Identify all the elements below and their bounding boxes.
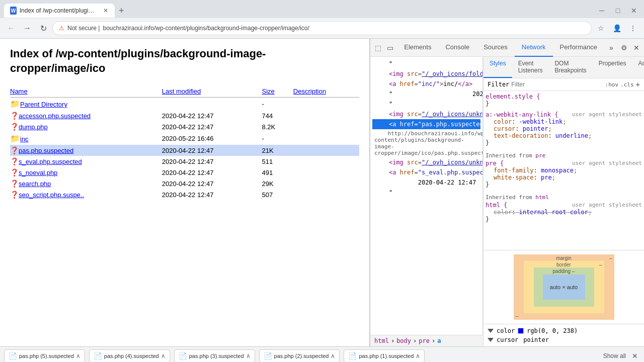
download-expand-icon[interactable]: ∧ bbox=[246, 352, 251, 359]
download-item-5[interactable]: 📄 pas.php (5).suspected ∧ bbox=[4, 349, 85, 363]
color-swatch[interactable] bbox=[518, 328, 524, 334]
dom-line[interactable]: <a href="s_eval.php.suspected">s_eval.ph… bbox=[372, 167, 480, 177]
file-modified: 2020-04-22 12:47 bbox=[162, 156, 262, 167]
style-close-brace: } bbox=[486, 181, 489, 188]
file-size: 29K bbox=[262, 178, 293, 189]
download-expand-icon[interactable]: ∧ bbox=[161, 352, 166, 359]
col-name[interactable]: Name bbox=[10, 85, 162, 98]
col-description[interactable]: Description bbox=[293, 85, 359, 98]
table-row[interactable]: ❓pas.php.suspected2020-04-22 12:4721K bbox=[10, 145, 359, 156]
table-row[interactable]: ❓dump.php2020-04-22 12:478.2K bbox=[10, 121, 359, 132]
url-bar[interactable]: ⚠ Not secure | bouchraziraoui.info/wp-co… bbox=[52, 21, 592, 35]
table-row[interactable]: ❓s_eval.php.suspected2020-04-22 12:47511 bbox=[10, 156, 359, 167]
refresh-button[interactable]: ↻ bbox=[36, 21, 50, 35]
file-q-icon: ❓ bbox=[10, 157, 19, 165]
styles-filter-input[interactable] bbox=[511, 81, 603, 88]
tab-close-button[interactable]: ✕ bbox=[102, 7, 109, 15]
file-link[interactable]: dump.php bbox=[19, 123, 48, 131]
show-all-downloads-button[interactable]: Show all bbox=[603, 352, 626, 359]
tab-network[interactable]: Network bbox=[515, 39, 553, 57]
table-row[interactable]: ❓s_noeval.php2020-04-22 12:47491 bbox=[10, 167, 359, 178]
minimize-button[interactable]: ─ bbox=[596, 5, 608, 17]
file-modified: 2020-05-22 16:46 bbox=[162, 132, 262, 145]
cls-button[interactable]: .cls bbox=[620, 81, 634, 88]
download-item-2[interactable]: 📄 pas.php (2).suspected ∧ bbox=[259, 349, 340, 363]
table-row[interactable]: ❓seo_script.php.suspe..2020-04-22 12:475… bbox=[10, 189, 359, 200]
bookmark-button[interactable]: ☆ bbox=[594, 21, 608, 35]
new-tab-button[interactable]: + bbox=[115, 4, 128, 18]
styles-tab-event-listeners[interactable]: Event Listeners bbox=[512, 57, 549, 78]
menu-button[interactable]: ⋮ bbox=[626, 21, 640, 35]
file-link[interactable]: Parent Directory bbox=[20, 101, 67, 108]
style-block-webkit-link: a:-webkit-any-link { user agent styleshe… bbox=[486, 111, 642, 146]
color-expand-icon[interactable] bbox=[488, 329, 494, 333]
breadcrumb-pre[interactable]: pre bbox=[419, 337, 430, 344]
devtools-settings-button[interactable]: ⚙ bbox=[618, 42, 630, 54]
file-link[interactable]: pas.php.suspected bbox=[19, 147, 73, 154]
close-button[interactable]: ✕ bbox=[628, 5, 640, 17]
breadcrumb-html[interactable]: html bbox=[374, 337, 389, 344]
table-row[interactable]: ❓accesson.php.suspected2020-04-22 12:477… bbox=[10, 110, 359, 121]
file-link[interactable]: s_eval.php.suspected bbox=[19, 158, 82, 165]
col-size[interactable]: Size bbox=[262, 85, 293, 98]
forward-button[interactable]: → bbox=[20, 21, 34, 35]
download-expand-icon[interactable]: ∧ bbox=[331, 352, 335, 359]
tab-console[interactable]: Console bbox=[438, 39, 476, 57]
styles-tab-accessibility[interactable]: Accessibility bbox=[632, 57, 644, 78]
tab-performance[interactable]: Performance bbox=[553, 39, 604, 57]
styles-tab-dom-breakpoints[interactable]: DOM Breakpoints bbox=[548, 57, 592, 78]
devtools-close-button[interactable]: ✕ bbox=[630, 42, 642, 54]
add-style-button[interactable]: + bbox=[636, 80, 640, 88]
file-modified: 2020-04-22 12:47 bbox=[162, 178, 262, 189]
devtools-more-button[interactable]: » bbox=[605, 44, 617, 52]
breadcrumb-sep: › bbox=[432, 337, 435, 344]
dom-line[interactable]: <a href="inc/">inc/</a> bbox=[372, 79, 480, 89]
table-row[interactable]: 📁Parent Directory- bbox=[10, 98, 359, 111]
download-item-1[interactable]: 📄 pas.php (1).suspected ∧ bbox=[344, 349, 425, 363]
tab-sources[interactable]: Sources bbox=[476, 39, 515, 57]
style-selector: html { bbox=[486, 202, 507, 209]
file-link[interactable]: inc bbox=[20, 135, 29, 143]
bm-margin-dash: – bbox=[609, 255, 612, 261]
file-description bbox=[293, 167, 359, 178]
file-q-icon: ❓ bbox=[10, 168, 19, 176]
tab-elements[interactable]: Elements bbox=[397, 39, 438, 57]
file-size: 8.2K bbox=[262, 121, 293, 132]
file-link[interactable]: s_noeval.php bbox=[19, 169, 57, 176]
cursor-expand-icon[interactable] bbox=[488, 338, 494, 342]
dom-tree[interactable]: " <img src="/_ovh_icons/folder.gif" alt=… bbox=[370, 57, 483, 335]
breadcrumb-a[interactable]: a bbox=[437, 337, 441, 344]
inspect-element-button[interactable]: ⬚ bbox=[372, 42, 384, 54]
device-toolbar-button[interactable]: ▭ bbox=[385, 42, 396, 54]
styles-tab-styles[interactable]: Styles bbox=[484, 57, 512, 78]
dom-line[interactable]: <img src="/_ovh_icons/unknown.gif" alt="… bbox=[372, 157, 480, 167]
bm-padding-label: padding – bbox=[553, 268, 575, 274]
file-link[interactable]: search.php bbox=[19, 180, 51, 188]
file-link[interactable]: accesson.php.suspected bbox=[19, 112, 91, 120]
close-downloads-bar-button[interactable]: ✕ bbox=[630, 350, 640, 362]
styles-tab-properties[interactable]: Properties bbox=[593, 57, 632, 78]
account-button[interactable]: 👤 bbox=[610, 21, 624, 35]
dom-line[interactable]: <img src="/_ovh_icons/folder.gif" alt="[… bbox=[372, 69, 480, 79]
download-expand-icon[interactable]: ∧ bbox=[416, 352, 420, 359]
window-controls: ─ □ ✕ bbox=[596, 5, 640, 17]
download-filename: pas.php (1).suspected bbox=[359, 353, 414, 359]
back-button[interactable]: ← bbox=[4, 21, 18, 35]
breadcrumb-body[interactable]: body bbox=[396, 337, 411, 344]
dom-line: 2020-04-22 12:47 511 bbox=[372, 177, 480, 188]
download-item-3[interactable]: 📄 pas.php (3).suspected ∧ bbox=[174, 349, 255, 363]
download-item-4[interactable]: 📄 pas.php (4).suspected ∧ bbox=[89, 349, 170, 363]
dom-line[interactable]: <img src="/_ovh_icons/unknown.gif" alt="… bbox=[372, 109, 480, 119]
maximize-button[interactable]: □ bbox=[612, 5, 624, 17]
table-row[interactable]: 📁inc2020-05-22 16:46- bbox=[10, 132, 359, 145]
hov-button[interactable]: :hov bbox=[605, 81, 619, 88]
bm-margin-label: margin bbox=[556, 255, 572, 261]
dom-line-selected[interactable]: <a href="pas.php.suspected">pas.php.susp… bbox=[372, 119, 480, 129]
browser-tab[interactable]: W Index of /wp-content/plugins/backg... … bbox=[4, 4, 115, 18]
download-expand-icon[interactable]: ∧ bbox=[76, 352, 80, 359]
table-row[interactable]: ❓search.php2020-04-22 12:4729K bbox=[10, 178, 359, 189]
file-modified: 2020-04-22 12:47 bbox=[162, 110, 262, 121]
file-q-icon: ❓ bbox=[10, 123, 19, 131]
col-modified[interactable]: Last modified bbox=[162, 85, 262, 98]
file-link[interactable]: seo_script.php.suspe.. bbox=[19, 191, 84, 199]
